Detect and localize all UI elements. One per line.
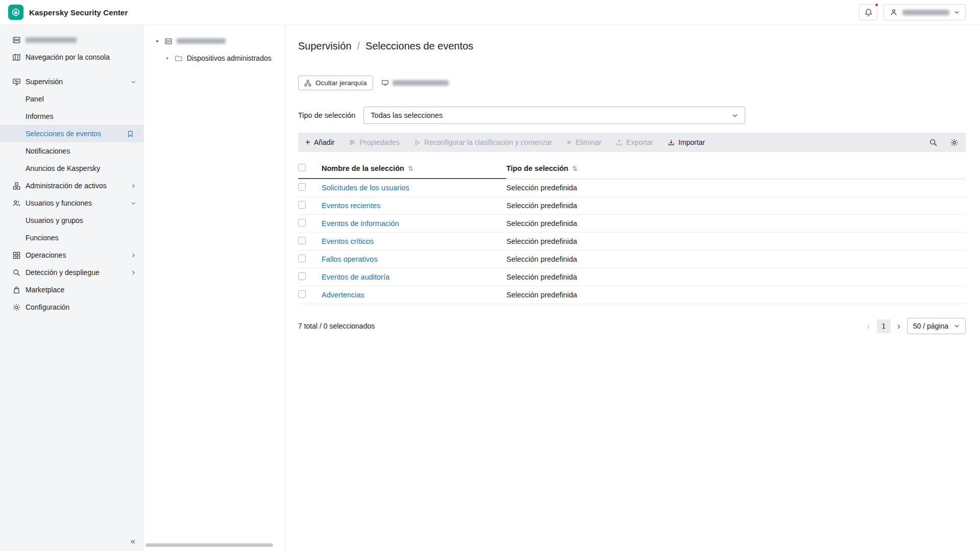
selection-type-value: Todas las selecciones	[371, 111, 443, 119]
selection-link[interactable]: Fallos operativos	[322, 255, 378, 263]
users-icon	[12, 199, 21, 208]
search-icon[interactable]	[929, 138, 938, 147]
sidebar-item-settings[interactable]: Configuración	[0, 298, 143, 316]
row-checkbox[interactable]	[298, 290, 306, 298]
sidebar-item-kaspersky-announcements[interactable]: Anuncios de Kaspersky	[0, 160, 143, 177]
page-size-value: 50 / página	[913, 322, 948, 330]
select-all-checkbox[interactable]	[298, 164, 306, 171]
add-label: Añadir	[314, 138, 334, 146]
tree-node-server[interactable]	[144, 34, 285, 48]
tree-node-managed-devices[interactable]: Dispositivos administrados	[144, 51, 285, 65]
sidebar-item-users-groups[interactable]: Usuarios y grupos	[0, 212, 143, 229]
sidebar-item-label: Navegación por la consola	[26, 53, 110, 61]
chevron-down-icon	[954, 10, 960, 14]
chevron-down-icon	[131, 79, 136, 85]
sidebar-item-console-navigation[interactable]: Navegación por la consola	[0, 48, 143, 66]
row-checkbox[interactable]	[298, 183, 306, 191]
sidebar-item-operations[interactable]: Operaciones	[0, 246, 143, 264]
chevron-right-icon	[131, 253, 136, 258]
selection-link[interactable]: Advertencias	[322, 291, 364, 299]
selection-type-cell: Selección predefinida	[506, 215, 966, 233]
event-selections-table: Nombre de la selección⇅ Tipo de selecció…	[298, 159, 966, 304]
selection-type-label: Tipo de selección	[298, 111, 355, 119]
horizontal-scrollbar[interactable]	[145, 543, 273, 547]
page-title: Selecciones de eventos	[365, 40, 473, 52]
chevron-right-icon	[131, 270, 136, 276]
selection-link[interactable]: Eventos recientes	[322, 202, 380, 210]
add-button[interactable]: + Añadir	[305, 138, 334, 146]
sidebar-item-panel[interactable]: Panel	[0, 90, 143, 108]
sidebar-item-label: Marketplace	[26, 286, 64, 294]
play-icon	[414, 139, 421, 146]
column-header-label: Nombre de la selección	[322, 164, 404, 172]
reconfigure-button[interactable]: Reconfigurar la clasificación y comenzar	[414, 138, 552, 146]
prev-page-button[interactable]: ‹	[867, 321, 870, 331]
row-checkbox[interactable]	[298, 237, 306, 244]
row-checkbox[interactable]	[298, 201, 306, 209]
sidebar-item-supervision[interactable]: Supervisión	[0, 73, 143, 90]
sidebar-item-notifications[interactable]: Notificaciones	[0, 142, 143, 160]
export-button[interactable]: Exportar	[616, 138, 653, 146]
row-checkbox[interactable]	[298, 272, 306, 280]
caret-down-icon[interactable]	[154, 38, 160, 44]
map-icon	[12, 53, 21, 62]
selection-link[interactable]: Eventos de información	[322, 219, 399, 228]
selection-type-cell: Selección predefinida	[506, 197, 966, 215]
app-title: Kaspersky Security Center	[29, 8, 128, 17]
plus-icon: +	[305, 139, 310, 146]
assets-icon	[12, 182, 21, 190]
sidebar-item-asset-management[interactable]: Administración de activos	[0, 177, 143, 194]
hide-hierarchy-label: Ocultar jerarquía	[315, 79, 367, 87]
row-checkbox-cell	[298, 251, 322, 268]
next-page-button[interactable]: ›	[897, 321, 900, 331]
sort-icon[interactable]: ⇅	[572, 165, 577, 172]
sidebar-item-marketplace[interactable]: Marketplace	[0, 281, 143, 298]
select-all-cell	[298, 159, 322, 179]
column-header-type[interactable]: Tipo de selección⇅	[506, 159, 966, 179]
selection-link[interactable]: Solicitudes de los usuarios	[322, 184, 409, 192]
sidebar-item-users-roles[interactable]: Usuarios y funciones	[0, 194, 143, 212]
sidebar-item-discovery-deployment[interactable]: Detección y despliegue	[0, 264, 143, 281]
import-button[interactable]: Importar	[668, 138, 705, 146]
delete-button[interactable]: ✕ Eliminar	[567, 138, 601, 146]
properties-button[interactable]: Propiedades	[349, 138, 400, 146]
caret-right-icon[interactable]	[164, 55, 170, 61]
row-checkbox[interactable]	[298, 255, 306, 262]
selection-type-select[interactable]: Todas las selecciones	[363, 107, 745, 124]
column-header-name[interactable]: Nombre de la selección⇅	[322, 159, 506, 179]
selection-type-cell: Selección predefinida	[506, 268, 966, 286]
delete-label: Eliminar	[576, 138, 602, 146]
redacted-username	[902, 10, 949, 15]
table-settings-gear-icon[interactable]	[950, 138, 959, 147]
hierarchy-icon	[304, 80, 311, 87]
tree-node-label: Dispositivos administrados	[187, 54, 272, 62]
properties-icon	[349, 139, 356, 146]
row-checkbox[interactable]	[298, 219, 306, 227]
reconfigure-label: Reconfigurar la clasificación y comenzar	[424, 138, 552, 146]
chevron-down-icon	[732, 113, 738, 118]
sidebar-item-reports[interactable]: Informes	[0, 108, 143, 125]
notifications-button[interactable]	[859, 4, 877, 20]
sidebar-item-roles[interactable]: Funciones	[0, 229, 143, 246]
notification-badge	[874, 3, 879, 7]
breadcrumb-section[interactable]: Supervisión	[298, 40, 352, 52]
import-icon	[668, 139, 675, 146]
sort-icon[interactable]: ⇅	[408, 165, 413, 172]
selection-link[interactable]: Eventos de auditoría	[322, 273, 389, 281]
page-size-select[interactable]: 50 / página	[907, 318, 966, 334]
user-icon	[890, 8, 898, 16]
row-checkbox-cell	[298, 197, 322, 215]
export-icon	[616, 139, 623, 146]
user-menu-button[interactable]	[884, 4, 966, 20]
page-number[interactable]: 1	[877, 319, 891, 333]
hide-hierarchy-button[interactable]: Ocultar jerarquía	[298, 76, 373, 90]
sidebar-item-event-selections[interactable]: Selecciones de eventos	[0, 125, 143, 142]
sidebar-item-server[interactable]	[0, 31, 143, 48]
sidebar-collapse-button[interactable]: «	[131, 537, 135, 546]
sidebar: Navegación por la consola Supervisión Pa…	[0, 25, 144, 551]
table-row: Eventos recientesSelección predefinida	[298, 197, 966, 215]
selection-type-cell: Selección predefinida	[506, 286, 966, 304]
selection-name-cell: Eventos de información	[322, 215, 506, 233]
selection-name-cell: Eventos críticos	[322, 233, 506, 251]
selection-link[interactable]: Eventos críticos	[322, 237, 374, 245]
